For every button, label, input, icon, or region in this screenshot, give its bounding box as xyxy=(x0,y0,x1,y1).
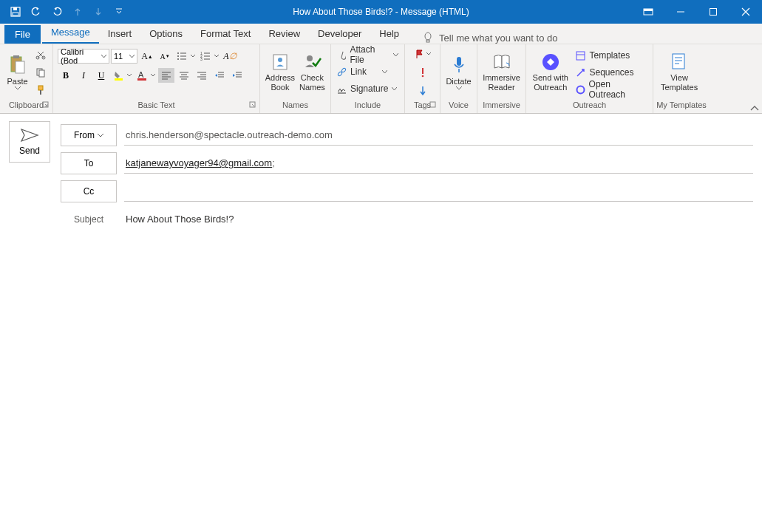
clear-formatting-button[interactable]: A∅ xyxy=(222,49,238,64)
tab-developer[interactable]: Developer xyxy=(309,24,370,44)
svg-rect-1 xyxy=(13,7,17,10)
underline-button[interactable]: U xyxy=(93,68,109,83)
from-label: From xyxy=(74,130,95,140)
immersive-reader-button[interactable]: Immersive Reader xyxy=(480,51,523,94)
view-templates-label: View Templates xyxy=(661,73,698,92)
save-button[interactable] xyxy=(6,3,25,21)
send-button[interactable]: Send xyxy=(9,121,50,163)
svg-rect-2 xyxy=(13,13,18,16)
font-selector[interactable]: Calibri (Bod xyxy=(58,49,109,64)
prev-button xyxy=(68,3,87,21)
maximize-button[interactable] xyxy=(697,0,729,24)
open-outreach-button[interactable]: Open Outreach xyxy=(571,81,650,98)
cc-field[interactable] xyxy=(124,181,753,202)
ribbon-display-button[interactable] xyxy=(632,0,664,24)
qat-customize[interactable] xyxy=(109,3,129,21)
tab-file[interactable]: File xyxy=(4,25,41,44)
collapse-ribbon-button[interactable] xyxy=(750,106,759,112)
decrease-indent-button[interactable] xyxy=(211,68,228,83)
sequences-button[interactable]: Sequences xyxy=(571,64,650,81)
signature-button[interactable]: Signature xyxy=(333,81,403,97)
shrink-font-button[interactable]: A▼ xyxy=(157,49,173,64)
increase-indent-button[interactable] xyxy=(229,68,245,83)
undo-button[interactable] xyxy=(27,3,46,21)
minimize-button[interactable] xyxy=(664,0,697,24)
exclamation-icon xyxy=(420,67,426,78)
link-label: Link xyxy=(350,66,367,77)
svg-point-67 xyxy=(577,86,585,93)
highlight-button[interactable] xyxy=(111,68,133,83)
dictate-button[interactable]: Dictate xyxy=(443,53,474,92)
dialog-launcher-icon[interactable] xyxy=(429,101,438,110)
svg-point-19 xyxy=(177,52,179,54)
scissors-icon xyxy=(35,50,46,60)
dialog-launcher-icon[interactable] xyxy=(42,101,51,110)
cut-button[interactable] xyxy=(32,47,50,63)
italic-button[interactable]: I xyxy=(75,68,92,83)
low-importance-button[interactable] xyxy=(414,83,432,99)
flag-icon xyxy=(415,50,424,59)
svg-rect-62 xyxy=(457,57,461,66)
tab-insert[interactable]: Insert xyxy=(99,24,141,44)
from-button[interactable]: From xyxy=(61,124,117,146)
address-book-label: Address Book xyxy=(265,73,295,92)
tab-review[interactable]: Review xyxy=(259,24,309,44)
outreach-icon xyxy=(576,85,585,95)
bold-button[interactable]: B xyxy=(58,68,74,83)
my-templates-group-label: My Templates xyxy=(653,100,710,113)
address-book-button[interactable]: Address Book xyxy=(263,51,297,94)
tab-format-text[interactable]: Format Text xyxy=(191,24,259,44)
align-center-button[interactable] xyxy=(176,68,192,83)
format-painter-button[interactable] xyxy=(32,82,50,98)
to-recipient[interactable]: katjanewayvoyager94@gmail.com xyxy=(126,157,272,168)
ribbon: Paste Clipboard Calibri (Bod 11 A▲ A▼ 12… xyxy=(0,44,762,114)
check-names-button[interactable]: Check Names xyxy=(297,51,327,94)
message-body[interactable] xyxy=(0,241,762,522)
tell-me-search[interactable]: Tell me what you want to do xyxy=(423,32,557,44)
attach-file-button[interactable]: Attach File xyxy=(333,47,403,63)
send-with-outreach-button[interactable]: Send with Outreach xyxy=(529,51,571,94)
align-left-button[interactable] xyxy=(158,68,174,83)
basic-text-group-label: Basic Text xyxy=(138,100,175,109)
close-button[interactable] xyxy=(729,0,762,24)
view-templates-button[interactable]: View Templates xyxy=(656,51,702,94)
cc-button[interactable]: Cc xyxy=(61,180,117,202)
dialog-launcher-icon[interactable] xyxy=(249,101,258,110)
link-button[interactable]: Link xyxy=(333,64,403,80)
font-color-icon: A xyxy=(137,70,147,81)
tab-message[interactable]: Message xyxy=(42,22,99,44)
copy-button[interactable] xyxy=(32,64,50,81)
microphone-icon xyxy=(451,55,467,75)
align-right-button[interactable] xyxy=(194,68,210,83)
templates-button[interactable]: Templates xyxy=(571,47,650,64)
book-icon xyxy=(491,52,512,72)
tab-help[interactable]: Help xyxy=(370,24,408,44)
dictate-label: Dictate xyxy=(446,77,471,86)
copy-icon xyxy=(35,67,46,78)
svg-rect-17 xyxy=(40,90,41,95)
svg-rect-4 xyxy=(644,9,653,11)
redo-button[interactable] xyxy=(47,3,67,21)
templates-icon xyxy=(576,51,585,61)
chevron-down-icon xyxy=(392,87,397,91)
from-field[interactable]: chris.henderson@spectacle.outreach-demo.… xyxy=(124,125,753,146)
paste-button[interactable]: Paste xyxy=(3,46,32,99)
bullets-button[interactable] xyxy=(174,49,197,64)
outreach-group-label: Outreach xyxy=(526,100,653,113)
font-color-button[interactable]: A xyxy=(135,68,157,83)
follow-up-button[interactable] xyxy=(409,46,436,62)
grow-font-button[interactable]: A▲ xyxy=(139,49,155,64)
to-button[interactable]: To xyxy=(61,152,117,174)
include-group-label: Include xyxy=(331,100,404,113)
to-field[interactable]: katjanewayvoyager94@gmail.com; xyxy=(124,153,753,174)
chevron-down-icon xyxy=(129,55,135,58)
svg-point-23 xyxy=(177,58,179,60)
font-size-selector[interactable]: 11 xyxy=(111,49,137,64)
tab-options[interactable]: Options xyxy=(140,24,191,44)
group-tags: Tags xyxy=(405,44,440,113)
numbering-button[interactable]: 123 xyxy=(198,49,220,64)
to-label: To xyxy=(84,158,94,168)
subject-field[interactable]: How About Those Birds!? xyxy=(124,209,753,230)
arrow-down-icon xyxy=(419,86,426,96)
high-importance-button[interactable] xyxy=(414,64,432,81)
